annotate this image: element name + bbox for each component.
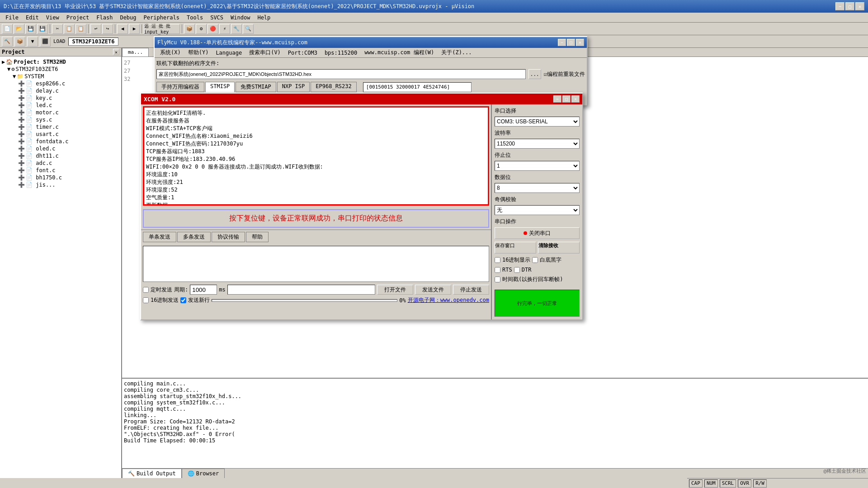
menu-debug[interactable]: Debug (116, 14, 140, 22)
maximize-button[interactable]: □ (845, 2, 854, 10)
fwd-button[interactable]: ▶ (129, 24, 140, 34)
menu-flash[interactable]: Flash (93, 14, 116, 22)
stop-select[interactable]: 1 (495, 161, 580, 171)
fm-lang[interactable]: Language (212, 49, 245, 57)
send-text-input[interactable] (227, 285, 375, 295)
open-button[interactable]: 📂 (14, 24, 24, 34)
panel-close-button[interactable]: ✕ (113, 49, 119, 55)
code-tab-main[interactable]: ma... (122, 48, 149, 56)
back-button[interactable]: ◀ (117, 24, 128, 34)
t4[interactable]: ⚡ (219, 24, 230, 34)
fm-about[interactable]: 关于(Z)... (438, 48, 475, 57)
fm-sys[interactable]: 系统(X) (156, 48, 184, 57)
rts-check[interactable] (495, 267, 500, 273)
save-all-button[interactable]: 💾 (37, 24, 48, 34)
xcom-max[interactable]: □ (562, 95, 571, 103)
flymcu-max[interactable]: □ (567, 39, 575, 46)
menu-window[interactable]: Window (227, 14, 254, 22)
fm-bps[interactable]: bps:115200 (321, 49, 361, 57)
tree-item-mcu[interactable]: ▼ ⚙ STM32F103ZET6 (0, 66, 121, 73)
tb2-2[interactable]: 📦 (14, 37, 25, 47)
timestamp-check[interactable] (495, 277, 500, 282)
flymcu-close[interactable]: ✕ (576, 39, 584, 46)
menu-help[interactable]: Help (254, 14, 274, 22)
tab-freeiap[interactable]: 免费STMIAP (236, 82, 276, 92)
t1[interactable]: 📦 (184, 24, 195, 34)
save-window-button[interactable]: 保存窗口 (495, 242, 536, 253)
new-button[interactable]: 📄 (2, 24, 13, 34)
fm-help[interactable]: 帮助(Y) (184, 48, 212, 57)
tree-item-led[interactable]: ➕ 📄 led.c (0, 102, 121, 109)
tree-item-esp8266[interactable]: ➕ 📄 esp8266.c (0, 80, 121, 87)
newline-check[interactable] (180, 297, 186, 303)
tree-item-delay[interactable]: ➕ 📄 delay.c (0, 87, 121, 94)
timed-send-check[interactable] (143, 287, 149, 293)
menu-edit[interactable]: Edit (22, 14, 42, 22)
tb2-4[interactable]: ⬛ (40, 37, 51, 47)
t3[interactable]: 🔴 (208, 24, 218, 34)
menu-svcs[interactable]: SVCS (207, 14, 227, 22)
xcom-tab-single[interactable]: 单条发送 (143, 232, 176, 242)
minimize-button[interactable]: − (835, 2, 844, 10)
flymcu-reload-check[interactable]: ☑编程前重装文件 (544, 70, 585, 78)
menu-peripherals[interactable]: Peripherals (140, 14, 183, 22)
tree-item-project[interactable]: ▶ 🏠 Project: STM32HD (0, 58, 121, 66)
menu-file[interactable]: File (2, 14, 22, 22)
flymcu-file-input[interactable] (156, 69, 526, 79)
build-btn[interactable]: 远 运 批 批 input_key (144, 24, 180, 34)
tree-item-adc[interactable]: ➕ 📄 adc.c (0, 160, 121, 167)
baud-select[interactable]: 115200 (495, 139, 580, 149)
dtr-check[interactable] (514, 267, 520, 273)
tb2-1[interactable]: 🔨 (2, 37, 13, 47)
tree-item-key[interactable]: ➕ 📄 key.c (0, 94, 121, 102)
tab-ep968[interactable]: EP968_RS232 (311, 82, 356, 92)
xcom-close[interactable]: ✕ (571, 95, 580, 103)
bw-check[interactable] (532, 257, 538, 263)
tree-item-jis[interactable]: ➕ 📄 jis... (0, 181, 121, 188)
clear-recv-button[interactable]: 清除接收 (538, 242, 580, 253)
xcom-tab-protocol[interactable]: 协议传输 (212, 232, 245, 242)
tree-item-font[interactable]: ➕ 📄 font.c (0, 167, 121, 174)
tab-build-output[interactable]: 🔨 Build Output (122, 469, 182, 479)
save-button[interactable]: 💾 (25, 24, 36, 34)
close-button[interactable]: ✕ (855, 2, 864, 10)
copy-button[interactable]: 📋 (64, 24, 75, 34)
open-file-button[interactable]: 打开文件 (377, 285, 413, 295)
tree-item-motor[interactable]: ➕ 📄 motor.c (0, 109, 121, 116)
send-file-button[interactable]: 发送文件 (415, 285, 451, 295)
stop-send-button[interactable]: 停止发送 (453, 285, 489, 295)
xcom-tab-help[interactable]: 帮助 (246, 232, 269, 242)
close-port-button[interactable]: 关闭串口 (495, 227, 580, 239)
tree-item-oled[interactable]: ➕ 📄 oled.c (0, 145, 121, 152)
flymcu-min[interactable]: − (558, 39, 566, 46)
tab-nxp[interactable]: NXP ISP (277, 82, 310, 92)
cut-button[interactable]: ✂ (52, 24, 63, 34)
menu-view[interactable]: View (42, 14, 63, 22)
port-select[interactable]: COM3: USB-SERIAL (495, 117, 580, 127)
t5[interactable]: 🔧 (231, 24, 242, 34)
fm-search[interactable]: 搜索串口(V) (245, 48, 284, 57)
parity-select[interactable]: 无 (495, 205, 580, 215)
tree-item-system[interactable]: ▼ 📁 SYSTEM (0, 73, 121, 80)
tree-item-dht11[interactable]: ➕ 📄 dht11.c (0, 152, 121, 160)
flymcu-browse-button[interactable]: ... (528, 69, 541, 79)
tab-stmisp[interactable]: STMISP (205, 82, 235, 92)
xcom-tab-multi[interactable]: 多条发送 (177, 232, 211, 242)
paste-button[interactable]: 📋 (75, 24, 86, 34)
hex-recv-check[interactable] (495, 257, 500, 263)
tree-item-bh1750[interactable]: ➕ 📄 bh1750.c (0, 174, 121, 181)
data-select[interactable]: 8 (495, 183, 580, 193)
tree-item-usart[interactable]: ➕ 📄 usart.c (0, 131, 121, 138)
fm-port[interactable]: Port:COM3 (284, 49, 321, 57)
undo-button[interactable]: ↩ (90, 24, 101, 34)
hex-send-check[interactable] (143, 297, 149, 303)
menu-project[interactable]: Project (63, 14, 93, 22)
tab-browser[interactable]: 🌐 Browser (182, 469, 225, 479)
fm-prog[interactable]: www.mcuisp.com 编程(W) (361, 48, 438, 57)
tree-item-timer[interactable]: ➕ 📄 timer.c (0, 123, 121, 131)
period-input[interactable] (190, 285, 217, 295)
t6[interactable]: 🔍 (243, 24, 254, 34)
menu-tools[interactable]: Tools (183, 14, 207, 22)
tree-item-fontdata[interactable]: ➕ 📄 fontdata.c (0, 138, 121, 145)
t2[interactable]: ⚙ (196, 24, 207, 34)
